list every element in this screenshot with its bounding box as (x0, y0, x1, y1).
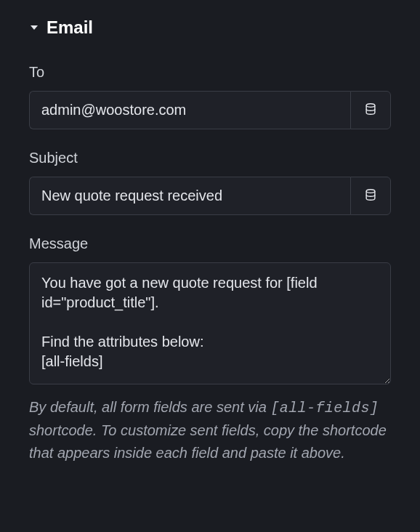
to-input[interactable] (29, 91, 350, 129)
message-textarea[interactable] (29, 262, 391, 384)
svg-point-1 (366, 189, 375, 193)
to-input-row (29, 91, 391, 129)
subject-input[interactable] (29, 177, 350, 215)
field-group-message: Message By default, all form fields are … (29, 235, 391, 464)
database-icon (364, 102, 377, 118)
svg-point-0 (366, 103, 375, 107)
section-title: Email (47, 17, 93, 38)
subject-dynamic-data-button[interactable] (350, 177, 391, 215)
help-suffix: shortcode. To customize sent fields, cop… (29, 422, 387, 461)
field-group-subject: Subject (29, 150, 391, 215)
to-label: To (29, 64, 391, 81)
help-shortcode: [all-fields] (270, 400, 379, 416)
field-group-to: To (29, 64, 391, 129)
to-dynamic-data-button[interactable] (350, 91, 391, 129)
message-label: Message (29, 235, 391, 252)
caret-down-icon (29, 23, 39, 33)
database-icon (364, 188, 377, 204)
subject-input-row (29, 177, 391, 215)
subject-label: Subject (29, 150, 391, 166)
help-prefix: By default, all form fields are sent via (29, 399, 270, 415)
section-header-email[interactable]: Email (29, 17, 391, 38)
email-settings-panel: Email To Subject (0, 0, 420, 502)
message-help-text: By default, all form fields are sent via… (29, 396, 391, 464)
